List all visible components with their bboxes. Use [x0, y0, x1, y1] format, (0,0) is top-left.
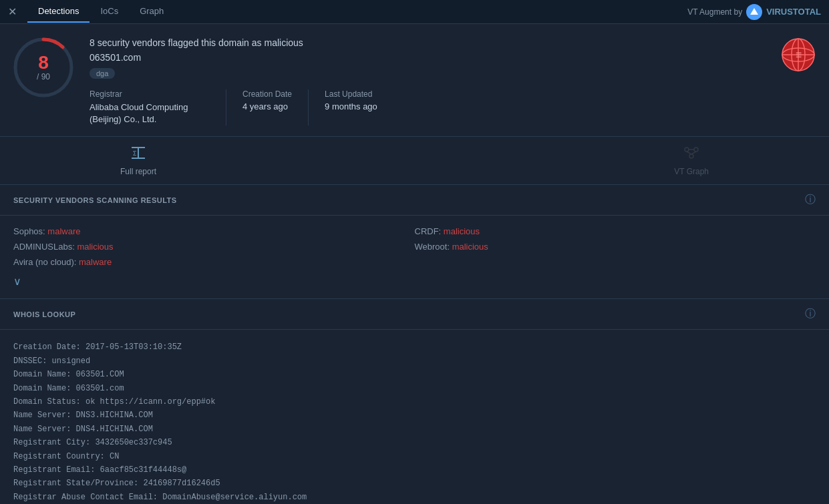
virustotal-label: VIRUSTOTAL: [766, 7, 821, 17]
vendor-crdf: CRDF: malicious: [415, 226, 816, 236]
svg-text:☰: ☰: [796, 51, 802, 59]
vendors-content: Sophos: malware CRDF: malicious ADMINUSL…: [0, 216, 829, 299]
vt-graph-action[interactable]: VT Graph: [674, 145, 709, 176]
nav-item-iocs[interactable]: IoCs: [90, 1, 129, 23]
svg-marker-0: [750, 8, 758, 15]
whois-section-header: WHOIS LOOKUP ⓘ: [0, 299, 829, 330]
top-section: 8 / 90 8 security vendors flagged this d…: [0, 24, 829, 137]
actions-bar: Σ Full report VT Graph: [0, 137, 829, 185]
dga-badge: dga: [90, 68, 115, 79]
registrar-value: Alibaba Cloud Computing (Beijing) Co., L…: [90, 101, 210, 125]
creation-date-block: Creation Date 4 years ago: [242, 89, 309, 125]
domain-meta: Registrar Alibaba Cloud Computing (Beiji…: [90, 89, 770, 125]
vendor-adminuslabs: ADMINUSLabs: malicious: [13, 242, 415, 252]
vendor-sophos: Sophos: malware: [13, 226, 415, 236]
flagged-text: 8 security vendors flagged this domain a…: [90, 37, 770, 48]
domain-info: 8 security vendors flagged this domain a…: [90, 37, 770, 125]
domain-name: 063501.com: [90, 52, 770, 63]
svg-line-16: [691, 152, 696, 154]
vt-graph-label: VT Graph: [674, 167, 709, 176]
nav-item-graph[interactable]: Graph: [129, 1, 174, 23]
augment-label: VT Augment by: [687, 7, 742, 17]
svg-text:Σ: Σ: [133, 150, 136, 157]
header: ✕ Detections IoCs Graph VT Augment by VI…: [0, 0, 829, 24]
expand-button[interactable]: ∨: [13, 275, 816, 288]
whois-content: Creation Date: 2017-05-13T03:10:35Z DNSS…: [0, 330, 829, 504]
vendor-avira: Avira (no cloud): malware: [13, 257, 415, 267]
vt-logo-icon: [746, 4, 762, 20]
last-updated-block: Last Updated 9 months ago: [325, 89, 393, 125]
svg-line-15: [687, 152, 691, 154]
security-section-header: SECURITY VENDORS SCANNING RESULTS ⓘ: [0, 185, 829, 216]
main-nav: Detections IoCs Graph: [27, 1, 174, 23]
augment-area: VT Augment by VIRUSTOTAL: [687, 4, 821, 20]
vt-graph-icon: [682, 145, 701, 164]
score-display: 8 / 90: [37, 53, 50, 81]
whois-text: Creation Date: 2017-05-13T03:10:35Z DNSS…: [13, 340, 816, 504]
svg-point-13: [689, 154, 693, 158]
score-total: / 90: [37, 72, 50, 81]
vendor-webroot: Webroot: malicious: [415, 242, 816, 252]
domain-icon: ☰: [781, 37, 816, 74]
creation-date-value: 4 years ago: [242, 101, 292, 111]
full-report-icon: Σ: [129, 145, 148, 164]
svg-point-12: [694, 148, 698, 152]
last-updated-value: 9 months ago: [325, 101, 377, 111]
svg-point-11: [685, 148, 689, 152]
vendors-grid: Sophos: malware CRDF: malicious ADMINUSL…: [13, 226, 816, 267]
full-report-action[interactable]: Σ Full report: [120, 145, 156, 176]
full-report-label: Full report: [120, 167, 156, 176]
nav-item-detections[interactable]: Detections: [27, 1, 90, 23]
registrar-label: Registrar: [90, 89, 210, 99]
close-button[interactable]: ✕: [8, 5, 17, 18]
creation-date-label: Creation Date: [242, 89, 292, 99]
security-info-icon[interactable]: ⓘ: [805, 193, 816, 207]
score-number: 8: [38, 53, 49, 72]
whois-section-title: WHOIS LOOKUP: [13, 310, 75, 318]
whois-info-icon[interactable]: ⓘ: [805, 307, 816, 321]
registrar-block: Registrar Alibaba Cloud Computing (Beiji…: [90, 89, 226, 125]
last-updated-label: Last Updated: [325, 89, 377, 99]
security-section-title: SECURITY VENDORS SCANNING RESULTS: [13, 196, 177, 204]
